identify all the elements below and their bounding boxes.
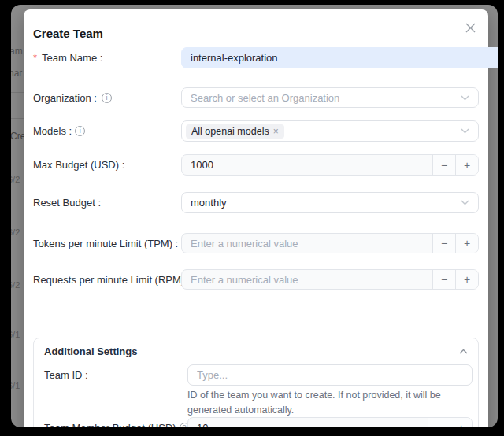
models-multiselect[interactable]: All openai models × — [181, 120, 479, 142]
reset-budget-label: Reset Budget — [33, 192, 101, 213]
minus-icon: − — [441, 273, 447, 286]
additional-settings-title: Additional Settings — [44, 345, 137, 357]
close-button[interactable] — [461, 20, 479, 38]
plus-button[interactable]: + — [455, 155, 478, 175]
bg-fragment: 6/1 — [11, 381, 20, 390]
chevron-down-icon — [461, 200, 469, 205]
minus-button[interactable]: − — [432, 234, 455, 253]
bg-fragment: 6/1 — [11, 330, 20, 339]
bg-fragment: am — [11, 46, 23, 57]
member-budget-label: Team Member Budget (USD) ? : — [44, 417, 194, 427]
team-id-help-text: ID of the team you want to create. If no… — [187, 388, 476, 418]
rpm-stepper: − + — [181, 269, 479, 290]
models-label: Models i — [33, 120, 86, 142]
info-icon[interactable]: i — [102, 93, 112, 103]
rpm-label: Requests per minute Limit (RPM) — [33, 269, 190, 290]
rpm-input[interactable] — [182, 270, 432, 289]
model-tag: All openai models × — [186, 124, 284, 139]
tpm-label: Tokens per minute Limit (TPM) — [33, 233, 178, 253]
bg-divider — [11, 92, 24, 93]
model-tag-label: All openai models — [191, 126, 269, 137]
tpm-input[interactable] — [182, 234, 432, 253]
bg-fragment: 6/2 — [11, 280, 20, 290]
modal-title: Create Team — [33, 27, 103, 40]
plus-button[interactable]: + — [455, 270, 478, 289]
chevron-down-icon — [461, 95, 469, 101]
organization-placeholder: Search or select an Organization — [191, 92, 339, 104]
reset-budget-select[interactable]: monthly — [181, 192, 479, 213]
reset-budget-value: monthly — [191, 197, 227, 209]
field-row-organization: Organization i Search or select an Organ… — [24, 87, 488, 108]
team-name-input[interactable] — [181, 47, 498, 68]
info-icon[interactable]: i — [75, 126, 85, 136]
create-team-modal: Create Team * Team Name Organization i S… — [24, 9, 488, 427]
max-budget-input[interactable] — [182, 155, 432, 175]
minus-icon: − — [441, 159, 447, 172]
field-row-models: Models i All openai models × — [24, 120, 488, 142]
minus-icon: − — [435, 422, 442, 428]
required-asterisk: * — [33, 52, 37, 64]
max-budget-stepper: − + — [181, 154, 479, 176]
bg-fragment: nar — [11, 68, 22, 79]
plus-icon: + — [464, 159, 470, 172]
max-budget-label: Max Budget (USD) — [33, 154, 124, 176]
chevron-up-icon — [459, 349, 468, 354]
chevron-down-icon — [461, 128, 469, 134]
organization-label: Organization i — [33, 87, 113, 108]
plus-button[interactable]: + — [450, 418, 472, 427]
close-icon — [465, 22, 476, 36]
plus-icon: + — [464, 273, 470, 286]
additional-settings-toggle[interactable]: Additional Settings — [44, 344, 468, 358]
minus-icon: − — [441, 237, 447, 249]
bg-divider — [11, 118, 24, 119]
member-budget-input[interactable] — [188, 418, 428, 427]
bg-fragment: 6/2 — [11, 227, 20, 237]
plus-icon: + — [464, 237, 470, 249]
plus-icon: + — [458, 422, 464, 428]
team-id-label: Team ID — [44, 364, 88, 386]
tpm-stepper: − + — [181, 233, 479, 253]
minus-button[interactable]: − — [432, 155, 455, 175]
member-budget-stepper: − + — [187, 417, 472, 427]
app-window: am nar Cre 6/2 6/2 6/2 6/1 6/1 Create Te… — [11, 5, 498, 427]
additional-settings-panel: Additional Settings Team ID ID of the te… — [33, 338, 479, 427]
minus-button[interactable]: − — [432, 270, 455, 289]
team-name-label: * Team Name — [33, 47, 102, 68]
field-row-reset-budget: Reset Budget monthly — [24, 192, 488, 213]
bg-fragment: 6/2 — [11, 175, 20, 184]
team-id-input[interactable] — [187, 364, 472, 386]
plus-button[interactable]: + — [455, 234, 478, 253]
minus-button[interactable]: − — [428, 418, 450, 427]
organization-select[interactable]: Search or select an Organization — [181, 87, 479, 108]
remove-tag-icon[interactable]: × — [273, 126, 279, 137]
